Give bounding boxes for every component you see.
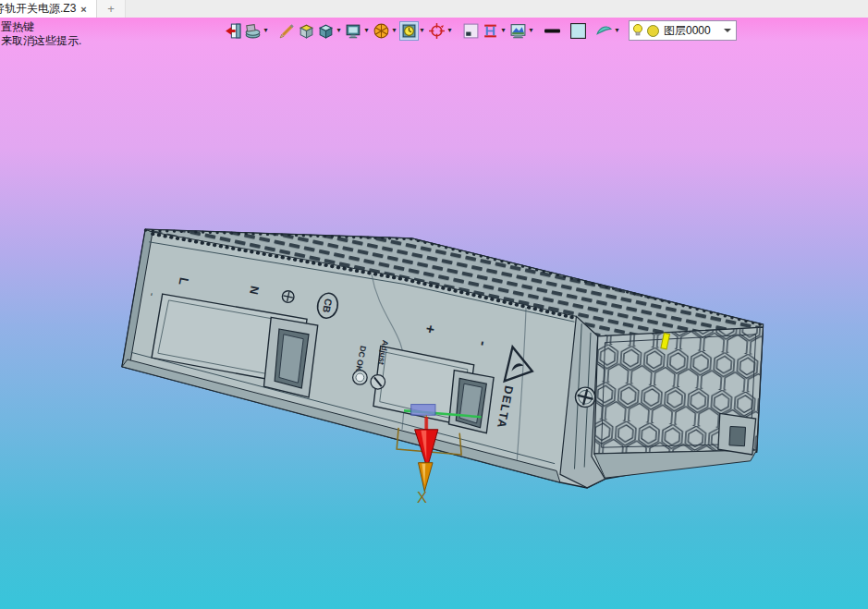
drag-handle[interactable]	[411, 405, 435, 416]
align-button[interactable]: ▾	[482, 21, 507, 40]
exit-button[interactable]	[225, 21, 242, 40]
dropdown-arrow-icon[interactable]: ▾	[499, 22, 507, 39]
bulb-icon	[632, 23, 643, 38]
lineweight-icon	[544, 22, 561, 40]
x-axis-label: X	[417, 489, 427, 505]
pencil-icon	[278, 22, 296, 40]
cad-model: L N - CB + - DC OK	[0, 18, 868, 609]
dropdown-arrow-icon[interactable]: ▾	[446, 22, 454, 39]
dropdown-arrow-icon[interactable]: ▾	[362, 22, 371, 39]
document-tab-title: 导轨开关电源.Z3	[0, 1, 76, 17]
x-axis-arrow: X	[417, 463, 433, 506]
display-cube-button[interactable]: ▾	[317, 21, 343, 40]
tab-bar: 导轨开关电源.Z3 × +	[0, 0, 868, 18]
dropdown-arrow-icon[interactable]: ▾	[335, 22, 343, 39]
zoom-clock-icon	[400, 22, 418, 40]
layer-stack-icon	[244, 22, 262, 40]
exit-icon	[225, 22, 242, 40]
3d-viewport[interactable]: 置热键 来取消这些提示. ▾	[0, 18, 868, 609]
new-tab-button[interactable]: +	[97, 0, 126, 18]
layer-style-button[interactable]: ▾	[595, 21, 621, 40]
pencil-button[interactable]	[278, 21, 296, 40]
dropdown-arrow-icon[interactable]: ▾	[613, 22, 621, 39]
zoom-window-button[interactable]	[462, 21, 480, 40]
layer-color-icon	[646, 24, 660, 38]
swoosh-icon	[595, 22, 613, 40]
shaded-box-icon	[298, 22, 315, 40]
color-swatch	[569, 22, 587, 40]
shaded-box-button[interactable]	[298, 21, 315, 40]
rotate-target-icon	[428, 22, 446, 40]
align-icon	[482, 22, 499, 40]
view-wheel-button[interactable]: ▾	[373, 21, 398, 40]
quick-toolbar: ▾ ▾	[225, 20, 737, 41]
monitor-icon	[345, 22, 362, 40]
din-clip	[718, 413, 756, 455]
dropdown-arrow-icon[interactable]: ▾	[262, 22, 270, 39]
dropdown-arrow-icon[interactable]: ▾	[390, 22, 398, 39]
monitor-button[interactable]: ▾	[345, 21, 371, 40]
color-button[interactable]	[569, 21, 587, 40]
rotate-target-button[interactable]: ▾	[428, 21, 454, 40]
dropdown-arrow-icon[interactable]: ▾	[418, 22, 426, 39]
scene-icon	[509, 22, 527, 40]
tab-close-icon[interactable]: ×	[80, 4, 86, 15]
layer-combo-value: 图层0000	[664, 23, 711, 39]
scene-button[interactable]: ▾	[509, 21, 535, 40]
cube-icon	[317, 22, 335, 40]
zoom-clock-button[interactable]: ▾	[400, 21, 426, 40]
adjust-pot	[371, 375, 385, 390]
combo-dropdown-icon[interactable]	[724, 29, 731, 32]
view-wheel-icon	[373, 22, 390, 40]
dropdown-arrow-icon[interactable]: ▾	[527, 22, 535, 39]
display-stack-button[interactable]: ▾	[244, 21, 270, 40]
document-tab[interactable]: 导轨开关电源.Z3 ×	[0, 0, 97, 18]
lineweight-button[interactable]	[544, 21, 561, 40]
zoom-window-icon	[462, 22, 480, 40]
dc-ok-led	[353, 371, 368, 385]
layer-combobox[interactable]: 图层0000	[629, 20, 737, 41]
